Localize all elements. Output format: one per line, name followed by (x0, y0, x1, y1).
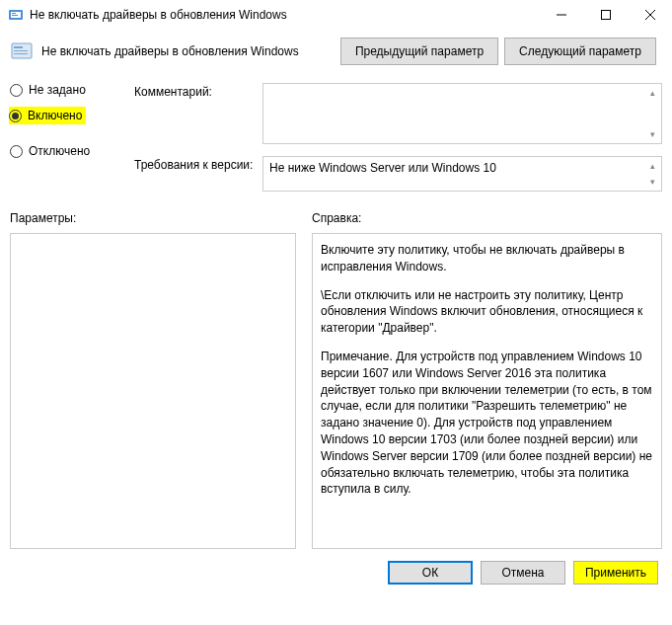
help-label: Справка: (312, 211, 662, 225)
svg-rect-11 (14, 53, 28, 54)
app-icon (8, 7, 24, 23)
scroll-down-icon[interactable]: ▾ (644, 126, 660, 142)
version-label: Требования к версии: (134, 156, 262, 192)
parameters-label: Параметры: (10, 211, 296, 225)
version-box: Не ниже Windows Server или Windows 10 ▴ … (262, 156, 662, 192)
help-panel: Включите эту политику, чтобы не включать… (312, 233, 662, 549)
parameters-panel (10, 233, 296, 549)
scroll-up-icon[interactable]: ▴ (644, 85, 660, 101)
radio-disabled[interactable]: Отключено (10, 144, 118, 158)
scroll-down-icon[interactable]: ▾ (644, 174, 660, 190)
close-button[interactable] (628, 0, 672, 30)
svg-rect-9 (14, 46, 23, 48)
help-paragraph: \Если отключить или не настроить эту пол… (321, 287, 653, 337)
ok-button[interactable]: ОК (388, 561, 473, 585)
next-setting-button[interactable]: Следующий параметр (504, 38, 656, 65)
titlebar: Не включать драйверы в обновления Window… (0, 0, 672, 30)
svg-rect-5 (601, 11, 610, 20)
radio-label: Отключено (29, 144, 90, 158)
help-paragraph: Включите эту политику, чтобы не включать… (321, 242, 653, 275)
maximize-button[interactable] (583, 0, 628, 30)
radio-not-configured[interactable]: Не задано (10, 83, 118, 97)
help-paragraph: Примечание. Для устройств под управление… (321, 349, 653, 498)
scroll-up-icon[interactable]: ▴ (644, 158, 660, 174)
svg-rect-2 (12, 13, 16, 14)
policy-icon (10, 39, 34, 63)
radio-icon (9, 110, 22, 122)
comment-textarea[interactable]: ▴ ▾ (262, 83, 662, 144)
svg-rect-3 (12, 15, 18, 16)
window-controls (539, 0, 672, 30)
subheader: Не включать драйверы в обновления Window… (0, 30, 672, 73)
radio-icon (10, 145, 23, 158)
radio-label: Не задано (29, 83, 86, 97)
radio-enabled[interactable]: Включено (9, 107, 86, 124)
footer: ОК Отмена Применить (0, 549, 672, 596)
comment-label: Комментарий: (134, 83, 262, 144)
svg-rect-10 (14, 50, 28, 51)
previous-setting-button[interactable]: Предыдущий параметр (340, 38, 498, 65)
apply-button[interactable]: Применить (573, 561, 658, 585)
radio-label: Включено (28, 109, 82, 122)
version-value: Не ниже Windows Server или Windows 10 (269, 161, 496, 175)
minimize-button[interactable] (539, 0, 583, 30)
policy-title: Не включать драйверы в обновления Window… (41, 44, 340, 58)
window-title: Не включать драйверы в обновления Window… (30, 8, 539, 22)
cancel-button[interactable]: Отмена (481, 561, 565, 585)
radio-icon (10, 84, 23, 97)
